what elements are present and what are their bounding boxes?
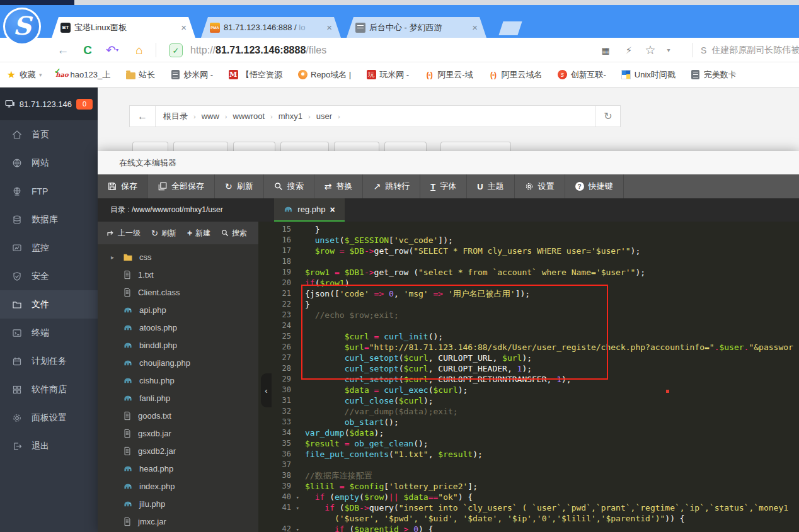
- favorite-star-icon[interactable]: ☆: [641, 38, 659, 62]
- bookmark-item[interactable]: ✓haohao123_上: [57, 69, 111, 81]
- bookmark-item[interactable]: ★收藏▾: [6, 69, 42, 81]
- bookmark-label: 创新互联-: [570, 69, 606, 81]
- tree-file-binddl.php[interactable]: binddl.php: [98, 336, 258, 354]
- editor-button-settings[interactable]: 设置: [515, 174, 565, 198]
- fold-caret-icon[interactable]: ▾: [296, 492, 299, 503]
- tab-close-icon[interactable]: ×: [330, 205, 335, 215]
- sidebar-item-monitor[interactable]: 监控: [0, 234, 98, 262]
- bookmark-item[interactable]: Repo域名 |: [297, 69, 351, 81]
- flash-icon[interactable]: ⚡: [620, 38, 638, 62]
- breadcrumb-item[interactable]: www: [202, 111, 219, 121]
- url-text[interactable]: http://81.71.123.146:8888/files: [190, 38, 326, 62]
- bookmark-caret-icon[interactable]: ▾: [39, 72, 42, 78]
- browser-tab-3[interactable]: 后台中心 - 梦幻西游×: [347, 17, 486, 38]
- fold-caret-icon[interactable]: ▾: [296, 524, 299, 532]
- editor-button-refresh[interactable]: ↻刷新: [215, 174, 264, 198]
- tree-file-gsxdb.jar[interactable]: gsxdb.jar: [98, 424, 258, 442]
- toolbar-caret-icon[interactable]: ▾: [662, 38, 675, 62]
- breadcrumb-item[interactable]: 根目录: [163, 111, 188, 122]
- folder-caret-icon[interactable]: ▸: [111, 254, 114, 261]
- bookmark-item[interactable]: 炒米网 -: [170, 69, 213, 81]
- breadcrumb-item[interactable]: user: [316, 111, 332, 121]
- tree-folder-css[interactable]: ▸css: [98, 248, 258, 266]
- browser-tab-2[interactable]: PMA81.71.123.146:888 / lo×: [201, 17, 341, 38]
- editor-file-tab[interactable]: reg.php ×: [274, 198, 345, 222]
- bookmark-item[interactable]: (-)阿里云域名: [488, 69, 542, 81]
- tree-file-jmxc.jar[interactable]: jmxc.jar: [98, 512, 258, 530]
- tree-file-1.txt[interactable]: 1.txt: [98, 266, 258, 283]
- qrcode-icon[interactable]: ▦: [596, 38, 614, 62]
- bookmark-item[interactable]: 玩玩米网 -: [366, 69, 409, 81]
- editor-button-goto[interactable]: ↗跳转行: [363, 174, 420, 198]
- tree-file-fanli.php[interactable]: fanli.php: [98, 389, 258, 407]
- tree-file-cishu.php[interactable]: cishu.php: [98, 371, 258, 389]
- tree-button-refresh[interactable]: ↻刷新: [151, 228, 176, 239]
- sidebar-item-db[interactable]: 数据库: [0, 205, 98, 234]
- panel-sidebar: 81.71.123.146 0 首页网站FTP数据库监控安全文件终端计划任务软件…: [0, 88, 98, 532]
- new-tab-button[interactable]: [498, 21, 522, 35]
- sidebar-item-cal[interactable]: 计划任务: [0, 347, 98, 375]
- editor-button-save[interactable]: 保存: [98, 174, 148, 198]
- security-shield-icon[interactable]: ✓: [169, 43, 183, 57]
- bookmark-item[interactable]: 完美数卡: [691, 69, 737, 81]
- browser-tab-1[interactable]: BT宝塔Linux面板×: [52, 17, 195, 38]
- bookmark-item[interactable]: (-)阿里云-域: [424, 69, 473, 81]
- back-icon[interactable]: ←: [54, 38, 72, 62]
- bookmark-item[interactable]: M【悟空资源: [228, 69, 282, 81]
- tree-file-gsxdb2.jar[interactable]: gsxdb2.jar: [98, 442, 258, 460]
- sidebar-item-folder[interactable]: 文件: [0, 290, 98, 319]
- editor-button-keys[interactable]: ?快捷键: [565, 174, 624, 198]
- sidebar-item-term[interactable]: 终端: [0, 319, 98, 347]
- reload-icon[interactable]: C: [78, 38, 97, 62]
- tab-close-icon[interactable]: ×: [471, 23, 479, 32]
- news-ticker[interactable]: S 住建部原副司长陈伟被: [701, 38, 799, 62]
- sidebar-item-ftp[interactable]: FTP: [0, 177, 98, 205]
- tree-button-search[interactable]: 搜索: [221, 228, 247, 239]
- tree-file-choujiang.php[interactable]: choujiang.php: [98, 354, 258, 371]
- home-icon[interactable]: ⌂: [130, 38, 149, 62]
- editor-button-replace[interactable]: ⇄替换: [314, 174, 364, 198]
- sidebar-exit-icon: [12, 441, 22, 451]
- code-editor[interactable]: 15 }16 unset($_SESSION['vc_code']);17 $r…: [258, 222, 799, 532]
- tree-file-goods.txt[interactable]: goods.txt: [98, 407, 258, 424]
- code-text: $data = curl_exec($curl);: [301, 385, 468, 395]
- sidebar-item-label: 软件商店: [32, 384, 67, 395]
- path-back-button[interactable]: ←: [130, 106, 156, 127]
- editor-button-search[interactable]: 搜索: [264, 174, 314, 198]
- path-refresh-button[interactable]: ↻: [595, 106, 620, 127]
- tree-file-head.php[interactable]: head.php: [98, 460, 258, 477]
- tree-file-Client.class[interactable]: Client.class: [98, 283, 258, 301]
- breadcrumb-item[interactable]: mhxy1: [279, 111, 302, 121]
- tab-close-icon[interactable]: ×: [180, 23, 188, 32]
- tree-file-atools.php[interactable]: atools.php: [98, 319, 258, 336]
- breadcrumb-item[interactable]: wwwroot: [233, 111, 265, 121]
- sidebar-item-shield[interactable]: 安全: [0, 262, 98, 290]
- tree-button-up[interactable]: 上一级: [106, 228, 141, 239]
- code-text: ob_start();: [301, 417, 399, 427]
- editor-button-font[interactable]: T字体: [420, 174, 467, 198]
- bookmark-item[interactable]: Unix时间戳: [621, 69, 675, 81]
- sidebar-item-exit[interactable]: 退出: [0, 432, 98, 460]
- editor-button-theme[interactable]: U主题: [467, 174, 514, 198]
- tree-collapse-handle[interactable]: ‹: [261, 373, 272, 407]
- sidebar-item-home[interactable]: 首页: [0, 120, 98, 149]
- line-number: 36: [258, 449, 301, 460]
- bookmark-item[interactable]: 站长: [125, 69, 155, 81]
- tree-file-api.php[interactable]: api.php: [98, 301, 258, 319]
- tree-button-plus[interactable]: +新建: [187, 228, 210, 239]
- bookmark-item[interactable]: s创新互联-: [557, 69, 606, 81]
- message-badge[interactable]: 0: [76, 99, 93, 110]
- server-header[interactable]: 81.71.123.146 0: [0, 88, 98, 120]
- tab-close-icon[interactable]: ×: [325, 23, 333, 32]
- tree-file-index.php[interactable]: index.php: [98, 477, 258, 495]
- sidebar-item-gear[interactable]: 面板设置: [0, 404, 98, 432]
- fold-caret-icon[interactable]: ▾: [296, 503, 299, 514]
- tree-file-jilu.php[interactable]: jilu.php: [98, 495, 258, 512]
- code-line: 37: [258, 460, 799, 470]
- sogou-logo-icon[interactable]: S: [3, 8, 41, 45]
- undo-icon[interactable]: ↶▾: [103, 38, 122, 62]
- sidebar-item-label: 计划任务: [32, 356, 67, 367]
- sidebar-item-site[interactable]: 网站: [0, 149, 98, 177]
- sidebar-item-store[interactable]: 软件商店: [0, 375, 98, 404]
- editor-button-saveall[interactable]: 全部保存: [148, 174, 215, 198]
